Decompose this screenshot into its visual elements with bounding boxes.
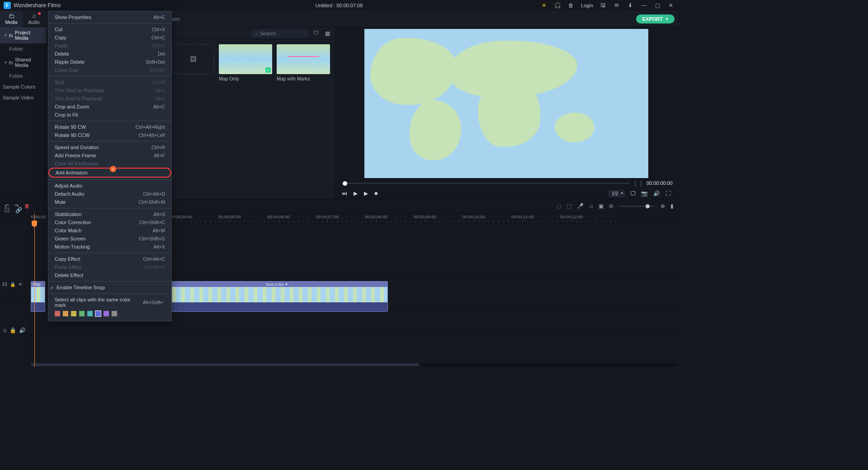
menu-item-rotate-90-ccw[interactable]: Rotate 90 CCWCtrl+Alt+Left	[48, 131, 171, 139]
menu-item-stabilization[interactable]: StabilizationAlt+S	[48, 210, 171, 218]
menu-item-select-all-clips-with-the-same-color-mark[interactable]: Select all clips with the same color mar…	[48, 296, 171, 309]
scrollbar-thumb[interactable]	[31, 363, 420, 366]
prev-frame-icon[interactable]: ⏮	[342, 190, 347, 197]
lock-icon[interactable]: 🔒	[10, 282, 15, 287]
menu-item-crop-and-zoom[interactable]: Crop and ZoomAlt+C	[48, 103, 171, 111]
stop-icon[interactable]: ■	[374, 190, 377, 197]
menu-item-label: Clear All Keyframes	[55, 161, 99, 166]
playhead-handle[interactable]	[32, 221, 37, 227]
menu-item-paste-effect: Paste EffectCtrl+Alt+V	[48, 263, 171, 271]
zoom-slider[interactable]	[619, 206, 655, 207]
menu-item-adjust-audio[interactable]: Adjust Audio	[48, 182, 171, 190]
render-icon[interactable]: ◌	[557, 203, 561, 209]
minimize-icon[interactable]: —	[640, 2, 647, 9]
zoom-in-icon[interactable]: ⊕	[660, 203, 665, 209]
volume-icon[interactable]: 🔊	[653, 190, 660, 197]
menu-item-color-match[interactable]: Color MatchAlt+M	[48, 226, 171, 235]
playhead[interactable]	[34, 213, 35, 367]
menu-item-delete-effect[interactable]: Delete Effect	[48, 271, 171, 279]
mail-icon[interactable]: ✉	[613, 2, 620, 9]
eye-icon[interactable]: 👁	[18, 282, 23, 287]
zoom-out-icon[interactable]: ⊖	[609, 203, 613, 209]
volume-icon[interactable]: 🔊	[19, 327, 26, 334]
color-swatch[interactable]	[71, 311, 76, 316]
next-frame-icon[interactable]: ▶	[364, 190, 368, 197]
display-icon[interactable]: 🖵	[630, 190, 636, 197]
menu-item-mute[interactable]: MuteCtrl+Shift+M	[48, 198, 171, 206]
close-icon[interactable]: ✕	[667, 2, 675, 9]
maximize-icon[interactable]: ▢	[654, 2, 661, 9]
grid-view-icon[interactable]: ▦	[324, 30, 331, 37]
zoom-slider-handle[interactable]	[646, 204, 650, 208]
menu-item-add-animation[interactable]: Add Animation1	[48, 168, 171, 178]
sidebar-sample-colors[interactable]: Sample Colors	[0, 81, 47, 92]
copy-icon[interactable]: ⿻	[5, 207, 10, 213]
timeline-clip-1[interactable]: Map	[31, 281, 45, 312]
menu-item-color-correction[interactable]: Color CorrectionCtrl+Shift+C	[48, 218, 171, 226]
menu-item-crop-to-fit[interactable]: Crop to Fit	[48, 111, 171, 119]
sidebar-shared-media[interactable]: ▾ 🗀 Shared Media	[0, 54, 47, 70]
menu-item-rotate-90-cw[interactable]: Rotate 90 CWCtrl+Alt+Right	[48, 123, 171, 131]
ribbon-tab-audio[interactable]: ♫ Audio	[23, 11, 45, 27]
menu-item-cut[interactable]: CutCtrl+X	[48, 25, 171, 33]
filter-icon[interactable]: ⛉	[313, 30, 320, 37]
color-swatch[interactable]	[55, 311, 60, 316]
play-icon[interactable]: ▶	[354, 190, 358, 197]
scrubber-handle[interactable]	[343, 181, 347, 186]
login-link[interactable]: Login	[581, 3, 593, 8]
color-swatch[interactable]	[104, 311, 109, 316]
menu-item-motion-tracking[interactable]: Motion TrackingAlt+X	[48, 243, 171, 251]
color-swatch[interactable]	[87, 311, 93, 316]
save-icon[interactable]: 🖫	[599, 2, 607, 9]
color-swatch[interactable]	[63, 311, 68, 316]
headphones-icon[interactable]: 🎧	[554, 2, 561, 9]
sidebar-project-media[interactable]: ▾ 🗀 Project Media	[0, 27, 47, 43]
menu-item-copy-effect[interactable]: Copy EffectCtrl+Alt+C	[48, 255, 171, 263]
menu-item-speed-and-duration[interactable]: Speed and DurationCtrl+R	[48, 143, 171, 151]
menu-item-copy[interactable]: CopyCtrl+C	[48, 33, 171, 42]
menu-item-ripple-delete[interactable]: Ripple DeleteShift+Del	[48, 58, 171, 66]
sidebar-folder-1[interactable]: Folder	[0, 43, 47, 54]
color-swatch[interactable]	[95, 311, 101, 316]
sidebar-sample-video[interactable]: Sample Video	[0, 92, 47, 103]
preview-scrubber[interactable]	[343, 183, 630, 184]
snapshot-icon[interactable]: 📷	[641, 190, 648, 197]
menu-item-green-screen[interactable]: Green ScreenCtrl+Shift+G	[48, 235, 171, 243]
color-swatch[interactable]	[79, 311, 85, 316]
menu-item-show-properties[interactable]: Show PropertiesAlt+E	[48, 13, 171, 21]
crop-icon[interactable]: ▣	[599, 203, 604, 209]
sun-icon[interactable]: ☀	[540, 2, 547, 9]
trash-icon[interactable]: 🗑	[567, 2, 575, 9]
menu-item-add-freeze-frame[interactable]: Add Freeze FrameAlt+F	[48, 151, 171, 160]
timeline-scrollbar[interactable]	[31, 363, 678, 366]
color-swatch[interactable]	[112, 311, 117, 316]
download-icon[interactable]: ⬇	[627, 2, 634, 9]
marker-icon[interactable]: ⬚	[566, 203, 571, 209]
menu-item-label: Adjust Audio	[55, 183, 82, 188]
fullscreen-icon[interactable]: ⛶	[665, 190, 671, 197]
import-media-card[interactable]: 🖾	[172, 44, 214, 74]
sidebar-folder-2[interactable]: Folder	[0, 70, 47, 81]
menu-item-delete[interactable]: DeleteDel	[48, 50, 171, 58]
video-track-header[interactable]: 🎞 🔒 👁	[0, 273, 30, 296]
brace-right-icon[interactable]: }	[638, 180, 644, 187]
lock-icon[interactable]: 🔒	[9, 327, 16, 334]
ribbon-tab-media[interactable]: 🗀 Media	[0, 11, 23, 27]
timeline-clip-2[interactable]: Slow 0.50x ▼	[166, 281, 388, 312]
brace-left-icon[interactable]: {	[632, 180, 638, 187]
media-thumb-map-with-marks[interactable]: Map with Marks	[277, 44, 330, 182]
delete-icon[interactable]: 🗑	[24, 203, 30, 209]
preview-canvas[interactable]	[364, 29, 648, 178]
link-icon[interactable]: 🔗	[15, 207, 22, 213]
menu-item-enable-timeline-snap[interactable]: ✓Enable Timeline Snap	[48, 283, 171, 291]
preview-quality-select[interactable]: 1/2 ▾	[609, 190, 625, 197]
search-input[interactable]: ⌕ Search	[250, 29, 309, 38]
media-thumb-map-only[interactable]: ✓ Map Only	[219, 44, 272, 182]
audio-mixer-icon[interactable]: ♫	[589, 203, 593, 209]
voiceover-icon[interactable]: 🎤	[577, 203, 584, 209]
zoom-fit-icon[interactable]: ▮	[670, 203, 674, 209]
export-button[interactable]: EXPORT ▾	[636, 14, 675, 24]
menu-item-detach-audio[interactable]: Detach AudioCtrl+Alt+D	[48, 190, 171, 198]
audio-track-header[interactable]: ♫ 🔒 🔊	[0, 324, 30, 337]
chevron-down-icon: ▾	[5, 33, 7, 38]
